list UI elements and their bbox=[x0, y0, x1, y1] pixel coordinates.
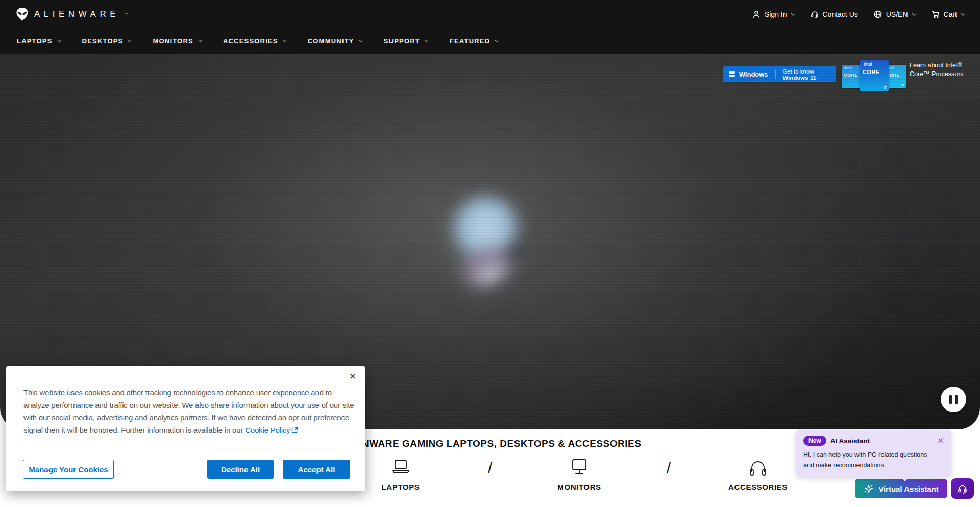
nav-label: FEATURED bbox=[450, 37, 490, 45]
accept-all-button[interactable]: Accept All bbox=[283, 460, 350, 479]
headphones-icon bbox=[746, 456, 770, 478]
nav-label: SUPPORT bbox=[384, 37, 420, 45]
alienware-logo[interactable]: ALIENWARE™ bbox=[15, 7, 128, 21]
nav-label: MONITORS bbox=[153, 37, 193, 45]
cart-button[interactable]: Cart bbox=[931, 10, 965, 19]
sparkle-icon bbox=[864, 484, 874, 494]
intel-caption-line1: Learn about Intel® bbox=[910, 61, 964, 70]
external-link-icon bbox=[291, 427, 298, 433]
nav-item-featured[interactable]: FEATURED bbox=[450, 37, 498, 45]
cookie-actions: Manage Your Cookies Decline All Accept A… bbox=[23, 460, 350, 479]
intel-core-i7-badge: intel core i7 bbox=[860, 60, 889, 91]
chevron-down-icon bbox=[961, 11, 965, 15]
intel-caption-line2: Core™ Processors bbox=[910, 70, 964, 79]
virtual-assistant-label: Virtual Assistant bbox=[878, 485, 939, 493]
alienware-homepage: ALIENWARE™ Sign In Contact Us bbox=[0, 0, 980, 507]
ai-assistant-title: AI Assistant bbox=[830, 437, 870, 445]
close-icon[interactable]: ✕ bbox=[937, 436, 944, 445]
category-label: LAPTOPS bbox=[382, 482, 420, 491]
chevron-down-icon bbox=[912, 11, 916, 15]
chevron-down-icon bbox=[128, 38, 132, 42]
intel-learn-link[interactable]: Learn about Intel® Core™ Processors bbox=[910, 61, 964, 79]
new-badge: New bbox=[803, 436, 826, 446]
category-separator: / bbox=[459, 456, 521, 480]
nav-label: LAPTOPS bbox=[17, 37, 53, 45]
support-chat-button[interactable] bbox=[951, 478, 974, 499]
windows-badge-text: Get to know Windows 11 bbox=[782, 68, 830, 81]
top-bar: ALIENWARE™ Sign In Contact Us bbox=[0, 0, 980, 28]
pause-video-button[interactable] bbox=[941, 387, 966, 412]
cookie-policy-link[interactable]: Cookie Policy bbox=[245, 426, 298, 434]
trademark: ™ bbox=[125, 12, 128, 16]
headset-chat-icon bbox=[957, 483, 968, 495]
laptop-icon bbox=[389, 456, 412, 478]
person-icon bbox=[752, 10, 761, 19]
nav-item-laptops[interactable]: LAPTOPS bbox=[17, 37, 61, 45]
sign-in-button[interactable]: Sign In bbox=[752, 10, 795, 19]
chevron-down-icon bbox=[198, 38, 202, 42]
divider bbox=[775, 70, 776, 79]
globe-icon bbox=[873, 10, 883, 19]
cookie-consent-dialog: ✕ This website uses cookies and other tr… bbox=[6, 366, 365, 491]
chevron-down-icon bbox=[495, 38, 499, 42]
blurred-alien-head bbox=[429, 174, 551, 357]
windows-11-badge[interactable]: Windows Get to know Windows 11 bbox=[723, 66, 836, 82]
contact-us-label: Contact Us bbox=[823, 10, 858, 18]
chevron-down-icon bbox=[791, 11, 795, 15]
monitor-icon bbox=[568, 456, 591, 478]
pause-icon bbox=[955, 395, 958, 404]
nav-item-desktops[interactable]: DESKTOPS bbox=[82, 37, 132, 45]
category-label: ACCESSORIES bbox=[728, 482, 788, 491]
nav-label: DESKTOPS bbox=[82, 37, 124, 45]
ai-assistant-popup: New AI Assistant ✕ Hi, I can help you wi… bbox=[796, 430, 951, 477]
decline-all-button[interactable]: Decline All bbox=[207, 460, 274, 479]
windows-brand-label: Windows bbox=[739, 70, 768, 78]
nav-label: ACCESSORIES bbox=[223, 37, 278, 45]
ai-popup-header: New AI Assistant ✕ bbox=[803, 436, 944, 446]
virtual-assistant-button[interactable]: Virtual Assistant bbox=[855, 479, 947, 498]
cart-label: Cart bbox=[944, 10, 957, 18]
ai-assistant-message: Hi, I can help you with PC-related quest… bbox=[803, 450, 944, 470]
windows-logo-icon bbox=[729, 70, 735, 78]
cart-icon bbox=[931, 10, 940, 19]
chevron-down-icon bbox=[57, 38, 61, 42]
cookie-message: This website uses cookies and other trac… bbox=[23, 387, 358, 437]
close-icon[interactable]: ✕ bbox=[349, 371, 356, 382]
main-nav: LAPTOPS DESKTOPS MONITORS ACCESSORIES CO… bbox=[0, 28, 980, 54]
intel-core-badges: intel core i5 intel core i7 intel core i… bbox=[842, 60, 906, 92]
chevron-down-icon bbox=[282, 38, 286, 42]
nav-label: COMMUNITY bbox=[308, 37, 354, 45]
category-separator: / bbox=[638, 456, 699, 480]
locale-selector[interactable]: US/EN bbox=[873, 10, 916, 19]
utility-nav: Sign In Contact Us US/EN bbox=[752, 10, 965, 19]
nav-item-accessories[interactable]: ACCESSORIES bbox=[223, 37, 286, 45]
category-monitors[interactable]: MONITORS bbox=[521, 456, 638, 491]
sign-in-label: Sign In bbox=[765, 10, 787, 18]
nav-item-support[interactable]: SUPPORT bbox=[384, 37, 428, 45]
locale-label: US/EN bbox=[886, 10, 908, 18]
contact-us-button[interactable]: Contact Us bbox=[810, 10, 858, 19]
chevron-down-icon bbox=[425, 38, 429, 42]
nav-item-monitors[interactable]: MONITORS bbox=[153, 37, 201, 45]
alien-head-icon bbox=[15, 7, 29, 21]
category-label: MONITORS bbox=[557, 482, 601, 491]
brand-wordmark: ALIENWARE bbox=[34, 9, 119, 19]
manage-cookies-button[interactable]: Manage Your Cookies bbox=[23, 460, 114, 479]
chevron-down-icon bbox=[358, 38, 362, 42]
nav-item-community[interactable]: COMMUNITY bbox=[308, 37, 362, 45]
headset-icon bbox=[810, 10, 819, 19]
pause-icon bbox=[949, 395, 952, 404]
